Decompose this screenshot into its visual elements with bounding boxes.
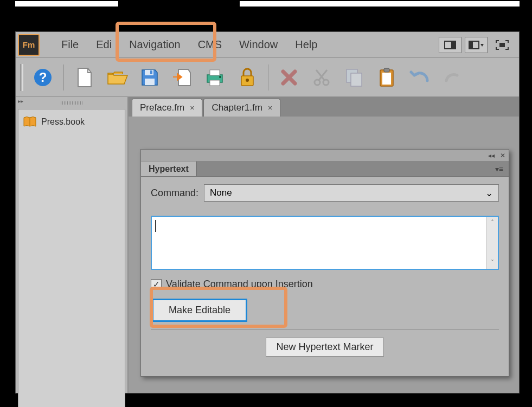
hypertext-panel: ◂◂ ✕ Hypertext ▾≡ Command: None ⌄ bbox=[140, 149, 509, 377]
clipboard-icon bbox=[379, 67, 395, 88]
svg-rect-8 bbox=[145, 79, 155, 85]
window-display-controls bbox=[439, 37, 517, 53]
workspace-icon bbox=[469, 41, 484, 49]
book-panel: Press.book bbox=[18, 109, 125, 407]
new-hypertext-marker-button[interactable]: New Hypertext Marker bbox=[266, 338, 383, 357]
app-window: Fm File Edi Navigation CMS Window Help ? bbox=[15, 31, 520, 393]
menu-file[interactable]: File bbox=[53, 33, 87, 56]
text-caret bbox=[155, 220, 156, 232]
undo-button[interactable] bbox=[406, 64, 432, 91]
svg-rect-21 bbox=[382, 73, 391, 85]
toolbar: ? bbox=[16, 58, 519, 97]
menu-window[interactable]: Window bbox=[230, 33, 286, 56]
screen-mode-button[interactable] bbox=[439, 37, 462, 53]
workspace-switcher-button[interactable] bbox=[465, 37, 488, 53]
svg-rect-4 bbox=[499, 43, 505, 47]
copy-button[interactable] bbox=[341, 64, 367, 91]
svg-point-15 bbox=[246, 79, 249, 82]
command-textarea[interactable]: ˄ ˅ bbox=[151, 216, 499, 270]
undo-icon bbox=[409, 70, 430, 85]
validate-checkbox[interactable]: ✓ bbox=[151, 279, 162, 290]
fullscreen-icon bbox=[496, 40, 509, 50]
sidebar-grip-area[interactable] bbox=[18, 99, 125, 109]
svg-rect-12 bbox=[210, 80, 220, 86]
tab-preface[interactable]: Preface.fm × bbox=[132, 99, 202, 117]
book-name-label: Press.book bbox=[41, 117, 85, 127]
body: ▸▸ Press.book Preface.fm × Chapter1.fm × bbox=[16, 97, 519, 393]
save-button[interactable] bbox=[137, 64, 163, 91]
make-editable-button[interactable]: Make Editable bbox=[152, 299, 247, 322]
document-tabs: Preface.fm × Chapter1.fm × bbox=[129, 97, 519, 117]
panel-close-button[interactable]: ✕ bbox=[500, 152, 505, 159]
book-item[interactable]: Press.book bbox=[23, 116, 120, 128]
tab-close-button[interactable]: × bbox=[268, 104, 272, 112]
new-document-icon bbox=[76, 67, 93, 88]
scroll-up-icon[interactable]: ˄ bbox=[491, 219, 494, 227]
screen-mode-icon bbox=[444, 41, 456, 49]
validate-checkbox-row[interactable]: ✓ Validate Command upon Insertion bbox=[151, 279, 499, 290]
redo-button[interactable] bbox=[439, 64, 465, 91]
paste-button[interactable] bbox=[374, 64, 400, 91]
toolbar-handle[interactable] bbox=[20, 64, 23, 91]
textarea-scrollbar[interactable]: ˄ ˅ bbox=[486, 217, 498, 269]
tab-chapter1[interactable]: Chapter1.fm × bbox=[203, 99, 280, 117]
menu-navigation[interactable]: Navigation bbox=[120, 33, 189, 56]
scissors-icon bbox=[313, 68, 330, 87]
import-icon bbox=[172, 67, 193, 88]
validate-label: Validate Command upon Insertion bbox=[166, 279, 313, 290]
panel-collapse-button[interactable]: ◂◂ bbox=[488, 152, 495, 159]
app-logo[interactable]: Fm bbox=[18, 34, 40, 56]
menu-edit[interactable]: Edi bbox=[87, 33, 120, 56]
main-area: Preface.fm × Chapter1.fm × ◂◂ ✕ Hypertex… bbox=[129, 97, 519, 393]
svg-rect-1 bbox=[451, 41, 456, 49]
panel-titlebar[interactable]: ◂◂ ✕ bbox=[141, 150, 509, 161]
book-icon bbox=[23, 116, 37, 128]
textarea-content[interactable] bbox=[152, 217, 486, 269]
scroll-down-icon[interactable]: ˅ bbox=[491, 259, 494, 267]
command-row: Command: None ⌄ bbox=[151, 184, 499, 202]
document-background: ◂◂ ✕ Hypertext ▾≡ Command: None ⌄ bbox=[129, 117, 519, 393]
menubar: Fm File Edi Navigation CMS Window Help bbox=[16, 32, 519, 58]
delete-button[interactable] bbox=[276, 64, 302, 91]
toolbar-separator bbox=[63, 64, 64, 91]
print-button[interactable] bbox=[202, 64, 228, 91]
command-label: Command: bbox=[151, 188, 198, 199]
svg-rect-9 bbox=[150, 70, 152, 74]
panel-tab-hypertext[interactable]: Hypertext bbox=[141, 161, 197, 176]
import-button[interactable] bbox=[169, 64, 195, 91]
help-icon: ? bbox=[33, 68, 53, 87]
tab-label: Preface.fm bbox=[140, 102, 184, 113]
lock-button[interactable] bbox=[234, 64, 260, 91]
copy-icon bbox=[345, 68, 363, 87]
open-button[interactable] bbox=[104, 64, 130, 91]
svg-rect-22 bbox=[384, 68, 389, 72]
chevron-down-icon: ⌄ bbox=[485, 188, 493, 199]
svg-text:?: ? bbox=[39, 70, 47, 85]
svg-rect-19 bbox=[351, 73, 362, 86]
sidebar-expand-toggle[interactable]: ▸▸ bbox=[18, 98, 23, 104]
svg-rect-3 bbox=[469, 41, 473, 49]
tab-close-button[interactable]: × bbox=[190, 104, 194, 112]
print-icon bbox=[204, 68, 225, 87]
toolbar-separator bbox=[268, 64, 268, 91]
panel-menu-button[interactable]: ▾≡ bbox=[490, 165, 509, 173]
svg-rect-11 bbox=[210, 70, 220, 75]
fullscreen-button[interactable] bbox=[491, 37, 514, 53]
help-button[interactable]: ? bbox=[30, 64, 56, 91]
menu-cms[interactable]: CMS bbox=[189, 33, 230, 56]
cut-button[interactable] bbox=[309, 64, 335, 91]
menu-help[interactable]: Help bbox=[286, 33, 326, 56]
svg-point-13 bbox=[219, 76, 221, 78]
panel-body: Command: None ⌄ ˄ bbox=[141, 177, 509, 364]
tab-label: Chapter1.fm bbox=[211, 102, 262, 113]
redo-icon bbox=[444, 70, 459, 85]
panel-tabbar: Hypertext ▾≡ bbox=[141, 161, 509, 177]
lock-icon bbox=[240, 68, 255, 87]
command-select[interactable]: None ⌄ bbox=[204, 184, 499, 202]
decoration-strip-2 bbox=[240, 1, 520, 7]
panel-divider bbox=[151, 330, 499, 330]
open-folder-icon bbox=[106, 69, 128, 86]
new-document-button[interactable] bbox=[72, 64, 98, 91]
sidebar: ▸▸ Press.book bbox=[16, 97, 129, 393]
decoration-strip-1 bbox=[15, 1, 118, 7]
